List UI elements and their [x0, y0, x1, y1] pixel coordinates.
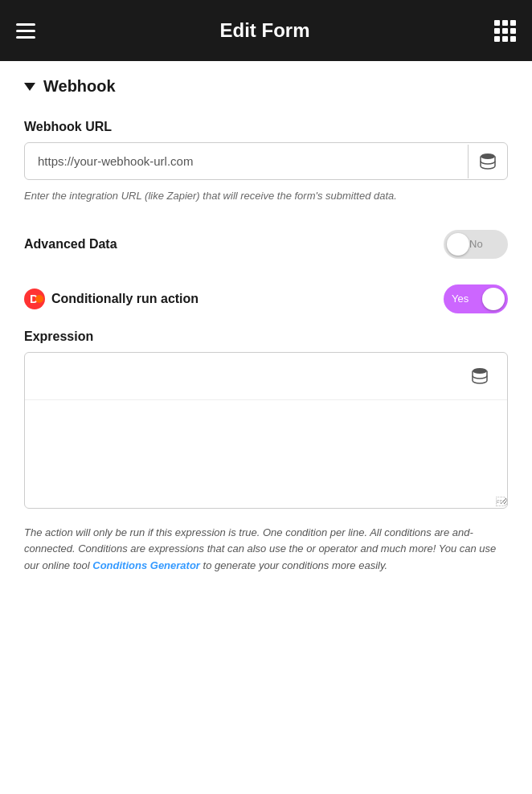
expression-label: Expression — [24, 329, 508, 344]
conditionally-run-label-group: D Conditionally run action — [24, 289, 198, 309]
conditionally-run-row: D Conditionally run action Yes — [24, 275, 508, 323]
expression-helper-text: The action will only be run if this expr… — [24, 525, 508, 575]
conditionally-run-toggle[interactable]: Yes — [444, 284, 508, 313]
advanced-data-label: Advanced Data — [24, 237, 117, 252]
svg-point-0 — [481, 153, 495, 159]
webhook-url-input[interactable] — [25, 143, 468, 179]
svg-point-3 — [35, 295, 43, 303]
main-content: Webhook Webhook URL Enter the integratio… — [0, 61, 532, 591]
expression-textarea[interactable] — [25, 400, 507, 505]
webhook-url-field-group: Webhook URL Enter the integration URL (l… — [24, 120, 508, 204]
conditionally-run-toggle-on[interactable]: Yes — [444, 284, 508, 313]
apps-grid-button[interactable] — [494, 20, 516, 42]
bottom-text-part2: to generate your conditions more easily. — [200, 559, 387, 571]
advanced-data-toggle-label: No — [469, 238, 483, 250]
d-brand-icon: D — [24, 289, 45, 309]
advanced-data-row: Advanced Data No — [24, 220, 508, 268]
webhook-url-db-button[interactable] — [468, 145, 507, 178]
conditions-generator-link[interactable]: Conditions Generator — [92, 559, 200, 571]
hamburger-menu-button[interactable] — [16, 23, 35, 39]
webhook-url-label: Webhook URL — [24, 120, 508, 134]
svg-point-4 — [473, 368, 487, 374]
app-header: Edit Form — [0, 0, 532, 61]
advanced-data-toggle[interactable]: No — [444, 230, 508, 259]
expression-icon-row — [25, 353, 507, 400]
section-header: Webhook — [24, 77, 508, 96]
expression-wrapper: SEA; — [24, 352, 508, 509]
database-icon — [480, 153, 496, 170]
expression-field-group: Expression SEA; — [24, 329, 508, 509]
conditionally-run-label: Conditionally run action — [51, 292, 198, 306]
section-title: Webhook — [43, 77, 116, 96]
expression-database-icon — [472, 367, 488, 385]
webhook-url-helper: Enter the integration URL (like Zapier) … — [24, 188, 508, 204]
conditionally-run-toggle-label: Yes — [452, 293, 469, 305]
resize-handle-icon: SEA; — [496, 497, 505, 506]
chevron-down-icon[interactable] — [24, 83, 35, 91]
expression-db-button[interactable] — [460, 359, 499, 393]
advanced-data-toggle-off[interactable]: No — [444, 230, 508, 259]
page-title: Edit Form — [220, 19, 310, 42]
webhook-url-input-wrapper — [24, 142, 508, 180]
